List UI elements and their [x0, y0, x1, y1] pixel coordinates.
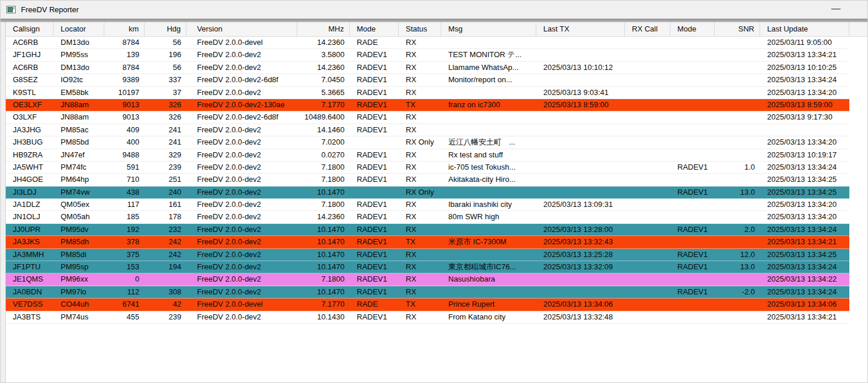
table-row-je1qms[interactable]: JE1QMSPM96xx0FreeDV 2.0.0-dev27.1800RADE… [6, 273, 849, 286]
cell-status: RX [399, 249, 441, 261]
column-header-msg[interactable]: Msg [441, 22, 536, 36]
column-header-version[interactable]: Version [187, 22, 297, 36]
table-row-ja3jks[interactable]: JA3JKSPM85dh378242FreeDV 2.0.0-dev210.14… [6, 236, 849, 248]
cell-callsign: JA3BTS [6, 311, 54, 324]
cell-mode2: RADEV1 [670, 286, 715, 298]
cell-last_update: 2025/03/13 13:34:20 [760, 199, 849, 211]
cell-last_tx [536, 124, 625, 136]
cell-mode2 [670, 311, 715, 324]
table-row-k9stl[interactable]: K9STLEM58bk1019737FreeDV 2.0.0-dev25.366… [6, 87, 849, 99]
cell-km: 710 [104, 174, 145, 186]
table-body: AC6RBDM13do878456FreeDV 2.0.0-devel14.23… [6, 37, 867, 324]
cell-snr [715, 124, 760, 136]
cell-mhz: 7.1770 [297, 298, 350, 311]
column-header-rx_call[interactable]: RX Call [625, 22, 670, 36]
cell-callsign: JH4GOE [6, 174, 54, 186]
cell-km: 409 [104, 124, 145, 136]
cell-locator: IO92tc [54, 74, 104, 86]
cell-last_tx: 2025/03/13 13:32:43 [536, 236, 625, 248]
table-row-ja5wht[interactable]: JA5WHTPM74fc591239FreeDV 2.0.0-dev27.180… [6, 161, 849, 174]
column-header-hdg[interactable]: Hdg [145, 22, 187, 36]
table-row-ja1dlz[interactable]: JA1DLZQM05ex117161FreeDV 2.0.0-dev27.180… [6, 199, 849, 211]
cell-hdg: 161 [145, 199, 187, 211]
column-header-last_tx[interactable]: Last TX [536, 22, 625, 36]
cell-last_tx [536, 136, 625, 149]
cell-mode: RADEV1 [350, 199, 399, 211]
minimize-button[interactable] [825, 1, 845, 18]
column-header-mhz[interactable]: MHz [297, 22, 350, 36]
cell-locator: JN47ef [54, 149, 104, 161]
table-row-hb9zra[interactable]: HB9ZRAJN47ef9488329FreeDV 2.0.0-dev20.02… [6, 149, 849, 161]
app-icon-mark [13, 7, 15, 9]
table-row-jj0upr[interactable]: JJ0UPRPM95dv192232FreeDV 2.0.0-dev210.14… [6, 224, 849, 236]
cell-last_tx: 2025/03/13 10:10:12 [536, 62, 625, 74]
column-header-km[interactable]: km [104, 22, 145, 36]
cell-version: FreeDV 2.0.0-dev2 [187, 161, 297, 174]
table-row-jh4goe[interactable]: JH4GOEPM64hp710251FreeDV 2.0.0-dev27.180… [6, 174, 849, 186]
cell-locator: PM64hp [54, 174, 104, 186]
cell-mhz: 14.2360 [297, 62, 350, 74]
cell-last_update: 2025/03/13 13:34:21 [760, 311, 849, 324]
cell-status: RX [399, 37, 441, 49]
cell-mode: RADEV1 [350, 99, 399, 111]
column-header-mode2[interactable]: Mode [670, 22, 715, 36]
cell-km: 153 [104, 261, 145, 273]
cell-snr: 1.0 [715, 161, 760, 174]
column-header-mode[interactable]: Mode [350, 22, 399, 36]
cell-status: RX [399, 149, 441, 161]
cell-last_update: 2025/03/13 13:34:24 [760, 74, 849, 86]
cell-mode2 [670, 199, 715, 211]
cell-mode [350, 136, 399, 149]
cell-mhz: 10.1470 [297, 249, 350, 261]
table-row-o3lxf[interactable]: O3LXFJN88am9013326FreeDV 2.0.0-dev2-6d8f… [6, 111, 849, 124]
cell-mhz: 7.1800 [297, 199, 350, 211]
cell-msg [441, 224, 536, 236]
column-header-callsign[interactable]: Callsign [6, 22, 54, 36]
cell-last_update: 2025/03/13 13:34:24 [760, 224, 849, 236]
cell-rx_call [625, 149, 670, 161]
cell-callsign: OE3LXF [6, 99, 54, 111]
cell-version: FreeDV 2.0.0-devel [187, 298, 297, 311]
table-row-oe3lxf[interactable]: OE3LXFJN88am9013326FreeDV 2.0.0-dev2-130… [6, 99, 849, 111]
table-row-g8sez[interactable]: G8SEZIO92tc9389337FreeDV 2.0.0-dev2-6d8f… [6, 74, 849, 86]
cell-mode2: RADEV1 [670, 224, 715, 236]
cell-mhz: 14.1460 [297, 124, 350, 136]
cell-last_tx: 2025/03/13 13:09:31 [536, 199, 625, 211]
cell-last_tx [536, 174, 625, 186]
table-row-ac6rb[interactable]: AC6RBDM13do878456FreeDV 2.0.0-dev214.236… [6, 62, 849, 74]
table-row-ac6rb[interactable]: AC6RBDM13do878456FreeDV 2.0.0-devel14.23… [6, 37, 849, 49]
cell-msg: TEST MONITOR テ... [441, 49, 536, 61]
table-row-ja3bts[interactable]: JA3BTSPM74us455239FreeDV 2.0.0-dev210.14… [6, 311, 849, 324]
table-row-jn1olj[interactable]: JN1OLJQM05ah185178FreeDV 2.0.0-dev214.23… [6, 211, 849, 223]
cell-snr [715, 62, 760, 74]
table-row-ja3mmh[interactable]: JA3MMHPM85di375242FreeDV 2.0.0-dev210.14… [6, 249, 849, 261]
cell-km: 10197 [104, 87, 145, 99]
column-header-last_update[interactable]: Last Update [760, 22, 849, 36]
cell-last_tx [536, 187, 625, 199]
cell-hdg: 240 [145, 187, 187, 199]
cell-status: RX [399, 311, 441, 324]
titlebar[interactable]: FreeDV Reporter [1, 1, 867, 18]
column-header-locator[interactable]: Locator [54, 22, 104, 36]
table-row-jh3bug[interactable]: JH3BUGPM85bd400241FreeDV 2.0.0-dev27.020… [6, 136, 849, 149]
column-header-status[interactable]: Status [399, 22, 441, 36]
cell-mhz: 10.1470 [297, 187, 350, 199]
table-row-ve7dss[interactable]: VE7DSSCO44uh674142FreeDV 2.0.0-devel7.17… [6, 298, 849, 311]
column-header-snr[interactable]: SNR [715, 22, 760, 36]
cell-version: FreeDV 2.0.0-dev2-130ae [187, 99, 297, 111]
cell-msg [441, 87, 536, 99]
cell-mode: RADEV1 [350, 224, 399, 236]
cell-last_update: 2025/03/13 13:34:20 [760, 211, 849, 223]
table-row-jf1ptu[interactable]: JF1PTUPM95sp153194FreeDV 2.0.0-dev210.14… [6, 261, 849, 273]
cell-rx_call [625, 99, 670, 111]
cell-mhz: 0.0270 [297, 149, 350, 161]
table-row-ja0bdn[interactable]: JA0BDNPM97lo112308FreeDV 2.0.0-dev210.14… [6, 286, 849, 298]
cell-mhz: 10.1430 [297, 311, 350, 324]
table-row-ja3jhg[interactable]: JA3JHGPM85ac409241FreeDV 2.0.0-dev214.14… [6, 124, 849, 136]
cell-version: FreeDV 2.0.0-dev2 [187, 136, 297, 149]
cell-last_update: 2025/03/13 10:19:17 [760, 149, 849, 161]
cell-status: TX [399, 298, 441, 311]
table-row-ji3ldj[interactable]: JI3LDJPM74vw438240FreeDV 2.0.0-dev210.14… [6, 187, 849, 199]
table-row-jf1ghj[interactable]: JF1GHJPM95ss139196FreeDV 2.0.0-dev23.580… [6, 49, 849, 61]
cell-rx_call [625, 136, 670, 149]
